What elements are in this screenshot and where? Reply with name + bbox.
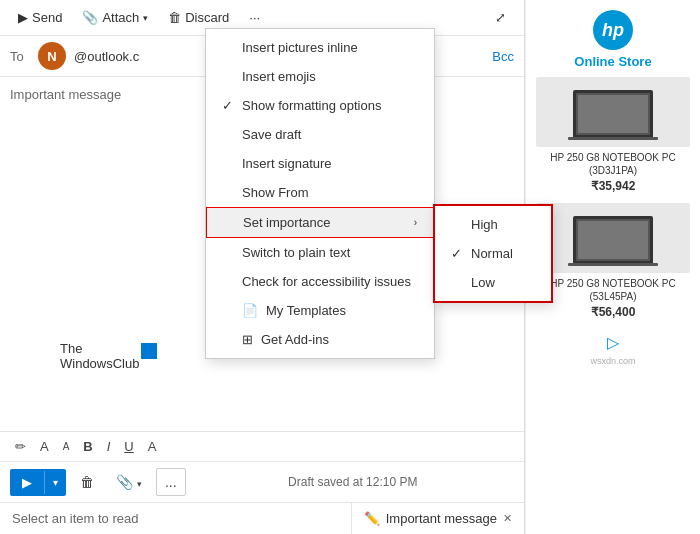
show-from-label: Show From — [242, 185, 308, 200]
svg-rect-7 — [568, 263, 658, 266]
send-main[interactable]: ▶ — [10, 469, 44, 496]
insert-signature-label: Insert signature — [242, 156, 332, 171]
format-font-a2-button[interactable]: A — [58, 438, 75, 455]
product-price-1: ₹35,942 — [536, 179, 690, 193]
check-normal: ✓ — [451, 246, 467, 261]
format-pencil-button[interactable]: ✏ — [10, 436, 31, 457]
send-action-btn[interactable]: ▶ ▾ — [10, 469, 66, 496]
svg-rect-2 — [578, 95, 648, 133]
wc-the: The — [60, 341, 139, 356]
imp-tab-close-button[interactable]: ✕ — [503, 512, 512, 525]
toolbar-more-button[interactable]: ··· — [241, 6, 268, 29]
no-check-7 — [223, 215, 239, 230]
format-underline-button[interactable]: U — [119, 436, 138, 457]
discard-label: Discard — [185, 10, 229, 25]
hp-logo-text: hp — [602, 20, 624, 41]
check-3: ✓ — [222, 98, 238, 113]
more-icon: ··· — [249, 10, 260, 25]
set-importance-label: Set importance — [243, 215, 330, 230]
menu-item-show-formatting[interactable]: ✓ Show formatting options — [206, 91, 434, 120]
my-templates-label: My Templates — [266, 303, 346, 318]
popout-icon: ⤢ — [495, 10, 506, 25]
wc-blue-square — [141, 343, 157, 359]
send-icon: ▶ — [18, 10, 28, 25]
no-check-low — [451, 275, 467, 290]
attach-dropdown-icon: ▾ — [143, 13, 148, 23]
svg-rect-6 — [578, 221, 648, 259]
get-addins-label: Get Add-ins — [261, 332, 329, 347]
online-store-label: Online Store — [574, 54, 651, 69]
product-card-1: HP 250 G8 NOTEBOOK PC (3D3J1PA) ₹35,942 — [536, 77, 690, 193]
more-dots-icon: ... — [165, 474, 177, 490]
popout-button[interactable]: ⤢ — [487, 6, 514, 29]
important-tab[interactable]: ✏️ Important message ✕ — [352, 503, 524, 534]
wc-logo: The WindowsClub — [60, 341, 139, 371]
svg-rect-3 — [568, 137, 658, 140]
product-img-2 — [536, 203, 690, 273]
menu-item-save-draft[interactable]: Save draft — [206, 120, 434, 149]
low-label: Low — [471, 275, 495, 290]
switch-plain-label: Switch to plain text — [242, 245, 350, 260]
ad-arrow[interactable]: ▷ — [607, 333, 619, 352]
app-container: ▶ Send 📎 Attach ▾ 🗑 Discard ··· ⤢ To — [0, 0, 700, 534]
insert-emojis-label: Insert emojis — [242, 69, 316, 84]
menu-item-set-importance[interactable]: Set importance › High ✓ Normal Low — [206, 207, 434, 238]
submenu-arrow-icon: › — [414, 217, 417, 228]
menu-item-insert-pictures[interactable]: Insert pictures inline — [206, 33, 434, 62]
no-check-9 — [222, 274, 238, 289]
bcc-link[interactable]: Bcc — [492, 49, 514, 64]
laptop-svg-1 — [568, 85, 658, 140]
watermark: wsxdn.com — [590, 356, 635, 366]
attach-label: Attach — [102, 10, 139, 25]
product-img-1 — [536, 77, 690, 147]
discard-icon: 🗑 — [168, 10, 181, 25]
action-bar: ▶ ▾ 🗑 📎 ▾ ... Draft saved at 12:10 PM — [0, 461, 524, 502]
wc-name: WindowsClub — [60, 356, 139, 371]
importance-submenu: High ✓ Normal Low — [433, 204, 553, 303]
save-draft-label: Save draft — [242, 127, 301, 142]
menu-item-show-from[interactable]: Show From — [206, 178, 434, 207]
high-label: High — [471, 217, 498, 232]
format-toolbar: ✏ A A B I U A — [0, 431, 524, 461]
menu-item-switch-plain[interactable]: Switch to plain text — [206, 238, 434, 267]
menu-item-my-templates[interactable]: 📄 My Templates — [206, 296, 434, 325]
attach-button[interactable]: 📎 Attach ▾ — [74, 6, 156, 29]
draft-status: Draft saved at 12:10 PM — [192, 475, 514, 489]
no-check-8 — [222, 245, 238, 260]
templates-icon: 📄 — [242, 303, 258, 318]
format-bold-button[interactable]: B — [78, 436, 97, 457]
submenu-item-low[interactable]: Low — [435, 268, 551, 297]
imp-tab-label: Important message — [386, 511, 497, 526]
send-arrow-icon: ▶ — [22, 475, 32, 490]
attach-action-button[interactable]: 📎 ▾ — [108, 469, 150, 495]
menu-item-accessibility[interactable]: Check for accessibility issues — [206, 267, 434, 296]
to-label: To — [10, 49, 30, 64]
delete-action-button[interactable]: 🗑 — [72, 469, 102, 495]
product-name-2: HP 250 G8 NOTEBOOK PC (53L45PA) — [536, 277, 690, 303]
format-color-button[interactable]: A — [143, 436, 162, 457]
menu-item-get-addins[interactable]: ⊞ Get Add-ins — [206, 325, 434, 354]
addins-icon: ⊞ — [242, 332, 253, 347]
format-italic-button[interactable]: I — [102, 436, 116, 457]
no-check-6 — [222, 185, 238, 200]
send-button[interactable]: ▶ Send — [10, 6, 70, 29]
no-check-10 — [222, 303, 238, 318]
no-check-5 — [222, 156, 238, 171]
select-item-label: Select an item to read — [0, 503, 352, 534]
no-check-11 — [222, 332, 238, 347]
send-dropdown[interactable]: ▾ — [44, 471, 66, 494]
format-font-a-button[interactable]: A — [35, 436, 54, 457]
imp-tab-icon: ✏️ — [364, 511, 380, 526]
submenu-item-high[interactable]: High — [435, 210, 551, 239]
menu-item-insert-signature[interactable]: Insert signature — [206, 149, 434, 178]
show-formatting-label: Show formatting options — [242, 98, 381, 113]
menu-item-insert-emojis[interactable]: Insert emojis — [206, 62, 434, 91]
product-card-2: HP 250 G8 NOTEBOOK PC (53L45PA) ₹56,400 — [536, 203, 690, 319]
discard-button[interactable]: 🗑 Discard — [160, 6, 237, 29]
submenu-item-normal[interactable]: ✓ Normal — [435, 239, 551, 268]
more-action-button[interactable]: ... — [156, 468, 186, 496]
dropdown-overlay: Insert pictures inline Insert emojis ✓ S… — [205, 28, 435, 359]
no-check-1 — [222, 40, 238, 55]
product-name-1: HP 250 G8 NOTEBOOK PC (3D3J1PA) — [536, 151, 690, 177]
attach-icon: 📎 — [82, 10, 98, 25]
